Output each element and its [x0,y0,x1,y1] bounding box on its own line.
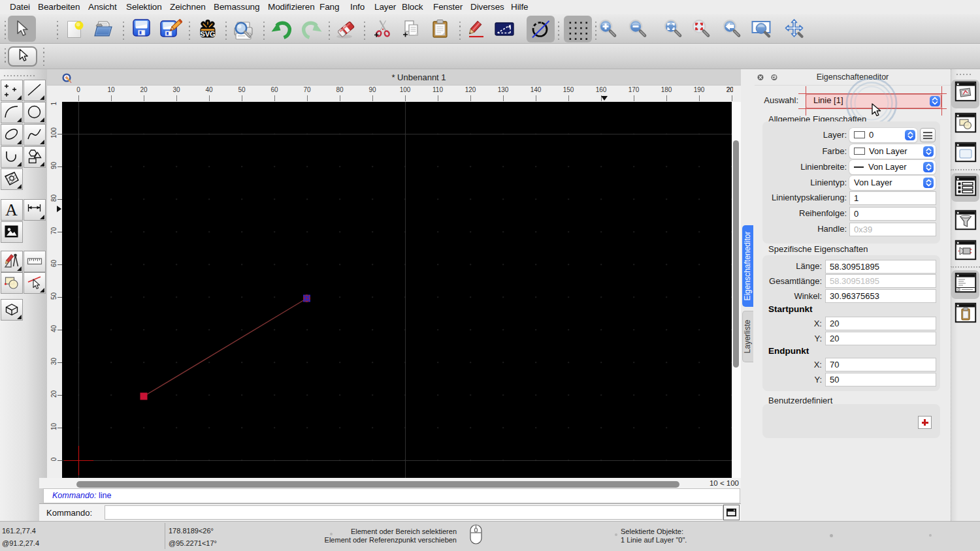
svg-text:SVG: SVG [200,30,215,38]
svg-text:A: A [5,202,18,217]
